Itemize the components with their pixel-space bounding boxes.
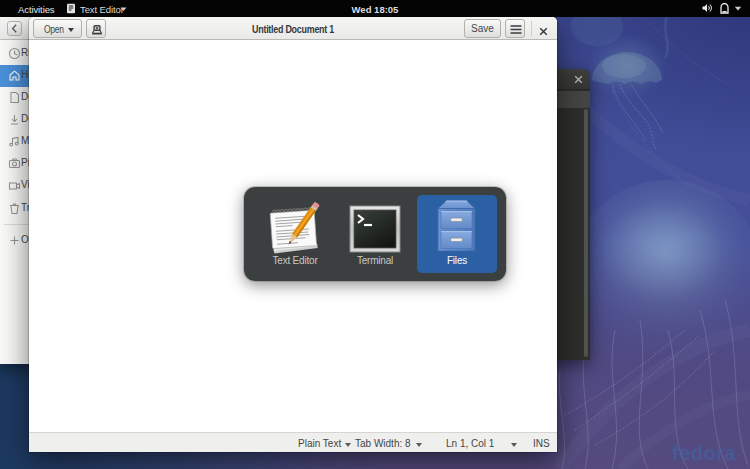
svg-text:fedora: fedora (672, 442, 737, 464)
